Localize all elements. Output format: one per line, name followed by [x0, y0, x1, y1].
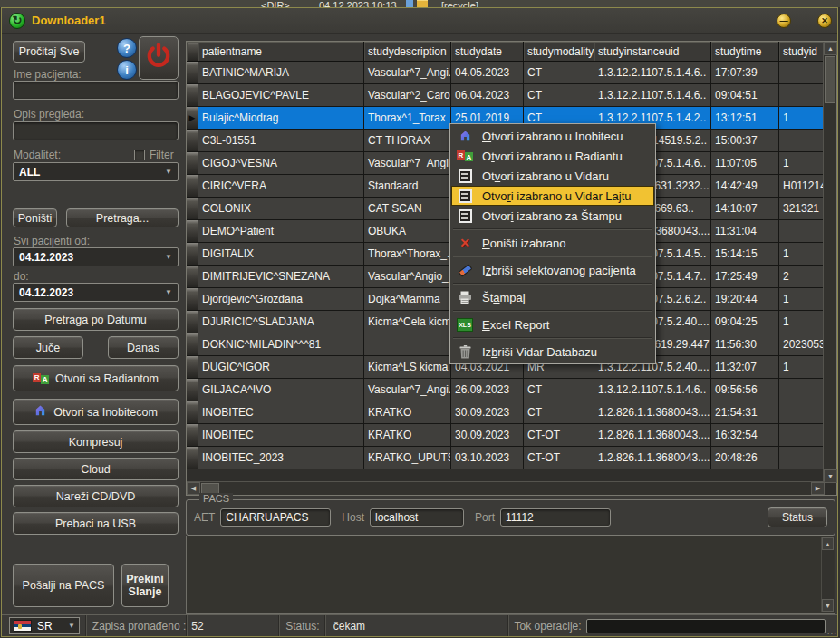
- scroll-left-arrow-icon[interactable]: ◀: [187, 482, 200, 495]
- study-desc-input[interactable]: [13, 121, 179, 140]
- menu-item[interactable]: ✕Poništi izabrano: [451, 233, 654, 253]
- row-header[interactable]: [187, 84, 198, 107]
- column-header-studyid[interactable]: studyid: [779, 42, 825, 62]
- cloud-button[interactable]: Cloud: [13, 458, 179, 480]
- table-cell[interactable]: [779, 401, 825, 424]
- patient-name-input[interactable]: [13, 81, 179, 100]
- table-cell[interactable]: 15:14:15: [711, 243, 779, 266]
- menu-item[interactable]: RAOtvori izabrano u Radiantu: [451, 146, 654, 166]
- table-cell[interactable]: 1.2.826.1.1.3680043....: [594, 424, 711, 447]
- table-cell[interactable]: C3L-01551: [198, 130, 364, 152]
- table-cell[interactable]: 26.09.2023: [451, 379, 524, 401]
- today-button[interactable]: Danas: [108, 336, 179, 359]
- modality-select[interactable]: ALL ▼: [13, 162, 179, 181]
- status-button[interactable]: Status: [768, 508, 827, 527]
- table-cell[interactable]: 1: [779, 356, 825, 379]
- table-cell[interactable]: DIMITRIJEVIC^SNEZANA: [198, 266, 364, 288]
- table-cell[interactable]: 2: [779, 266, 825, 288]
- column-header-studymodality[interactable]: studymodality: [524, 42, 594, 62]
- table-cell[interactable]: OBUKA: [364, 220, 451, 243]
- table-cell[interactable]: [779, 379, 825, 401]
- table-cell[interactable]: CT-OT: [524, 447, 594, 469]
- table-cell[interactable]: DOKNIC^MILADIN^^^81: [198, 334, 364, 356]
- table-cell[interactable]: [779, 424, 825, 447]
- row-header[interactable]: [187, 447, 198, 469]
- filter-checkbox[interactable]: [134, 150, 145, 160]
- table-vertical-scrollbar[interactable]: ▲ ▼: [823, 42, 836, 483]
- table-cell[interactable]: 1: [779, 107, 825, 130]
- row-header[interactable]: [187, 130, 198, 152]
- column-header-studydate[interactable]: studydate: [451, 42, 524, 62]
- table-cell[interactable]: Vascular^Angio_..: [364, 266, 451, 288]
- table-cell[interactable]: CT: [524, 401, 594, 424]
- table-cell[interactable]: INOBITEC_2023: [198, 447, 364, 469]
- table-cell[interactable]: Vascular^7_Angi...: [364, 62, 451, 84]
- table-cell[interactable]: BLAGOJEVIC^PAVLE: [198, 84, 364, 107]
- column-header-patientname[interactable]: patientname: [198, 42, 364, 62]
- table-cell[interactable]: Kicma^Cela kicma: [364, 311, 451, 334]
- menu-item[interactable]: Izbriši Vidar Databazu: [451, 342, 654, 362]
- row-header[interactable]: [187, 288, 198, 311]
- host-input[interactable]: localhost: [370, 508, 464, 527]
- titlebar[interactable]: ↻ Downloader1 — ✕: [2, 8, 837, 34]
- search-by-date-button[interactable]: Pretraga po Datumu: [13, 308, 179, 331]
- scroll-up-arrow-icon[interactable]: ▲: [822, 537, 834, 550]
- vertical-scroll-thumb[interactable]: [825, 56, 835, 103]
- date-to-select[interactable]: 04.12.2023 ▼: [13, 283, 179, 302]
- table-cell[interactable]: 15:00:37: [711, 130, 779, 152]
- table-cell[interactable]: [779, 447, 825, 469]
- table-cell[interactable]: 19:20:44: [711, 288, 779, 311]
- table-cell[interactable]: CT: [524, 379, 594, 401]
- menu-item[interactable]: XLSExcel Report: [451, 314, 654, 334]
- scroll-up-arrow-icon[interactable]: ▲: [824, 42, 837, 55]
- table-cell[interactable]: 09:56:56: [711, 379, 779, 401]
- reset-button[interactable]: Poništi: [13, 208, 57, 227]
- table-cell[interactable]: KRATKO: [364, 401, 451, 424]
- table-cell[interactable]: Thorax^Thorax_..: [364, 243, 451, 266]
- table-cell[interactable]: GILJACA^IVO: [198, 379, 364, 401]
- column-header-studytime[interactable]: studytime: [711, 42, 779, 62]
- row-header[interactable]: [187, 243, 198, 266]
- table-cell[interactable]: 21:54:31: [711, 401, 779, 424]
- table-cell[interactable]: 1.2.826.1.1.3680043....: [594, 401, 711, 424]
- table-cell[interactable]: CT: [524, 62, 594, 84]
- table-cell[interactable]: [779, 130, 825, 152]
- table-cell[interactable]: 17:07:39: [711, 62, 779, 84]
- copy-usb-button[interactable]: Prebaci na USB: [13, 512, 179, 535]
- menu-item[interactable]: Otvori izabrano u Vidaru: [451, 166, 654, 186]
- table-cell[interactable]: 11:32:07: [711, 356, 779, 379]
- row-header[interactable]: [187, 311, 198, 334]
- table-cell[interactable]: Vascular^7_Angi...: [364, 379, 451, 401]
- scroll-down-arrow-icon[interactable]: ▼: [824, 469, 837, 483]
- row-header[interactable]: [187, 356, 198, 379]
- table-cell[interactable]: DEMO^Patient: [198, 220, 364, 243]
- table-cell[interactable]: 1.3.12.2.1107.5.1.4.6..: [594, 379, 711, 401]
- close-button[interactable]: ✕: [817, 14, 832, 28]
- table-cell[interactable]: 1.3.12.2.1107.5.1.4.6..: [594, 62, 711, 84]
- table-cell[interactable]: CT THORAX: [364, 130, 451, 152]
- table-cell[interactable]: 03.10.2023: [451, 447, 524, 469]
- table-cell[interactable]: 11:07:05: [711, 152, 779, 175]
- table-cell[interactable]: 14:10:07: [711, 198, 779, 220]
- table-cell[interactable]: CT: [524, 84, 594, 107]
- info-icon[interactable]: i: [117, 60, 137, 80]
- table-cell[interactable]: 11:31:04: [711, 220, 779, 243]
- table-cell[interactable]: 1.2.826.1.1.3680043....: [594, 447, 711, 469]
- table-cell[interactable]: [779, 62, 825, 84]
- table-cell[interactable]: 1: [779, 152, 825, 175]
- table-cell[interactable]: INOBITEC: [198, 401, 364, 424]
- table-cell[interactable]: 202305310: [779, 334, 825, 356]
- row-header[interactable]: [187, 62, 198, 84]
- table-cell[interactable]: [779, 84, 825, 107]
- table-horizontal-scrollbar[interactable]: ◀ ▶: [187, 481, 825, 495]
- table-cell[interactable]: 1: [779, 243, 825, 266]
- date-from-select[interactable]: 04.12.2023 ▼: [13, 247, 179, 266]
- minimize-button[interactable]: —: [777, 14, 791, 28]
- aet-input[interactable]: CHARRUAPACS: [220, 508, 331, 527]
- table-cell[interactable]: 321321: [779, 198, 825, 220]
- table-cell[interactable]: Thorax^1_Torax: [364, 107, 451, 130]
- table-cell[interactable]: CAT SCAN: [364, 198, 451, 220]
- table-cell[interactable]: 1: [779, 288, 825, 311]
- table-cell[interactable]: Djordjevic^Grozdana: [198, 288, 364, 311]
- help-icon[interactable]: ?: [117, 38, 137, 58]
